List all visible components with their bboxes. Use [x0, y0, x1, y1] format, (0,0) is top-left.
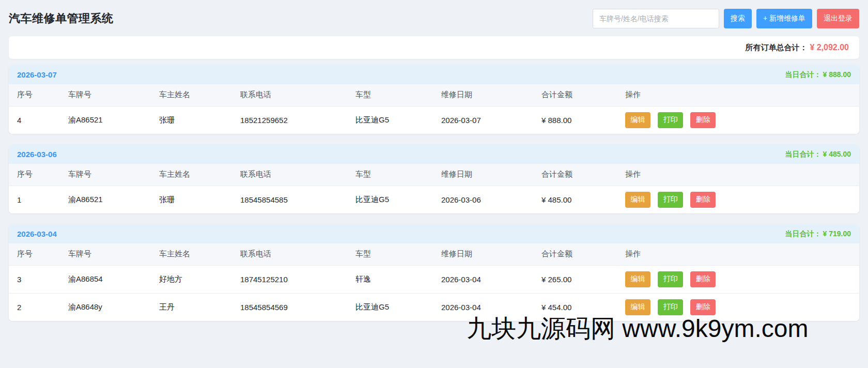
- cell-date: 2026-03-06: [433, 186, 533, 213]
- day-total-amount: ¥ 485.00: [823, 150, 851, 158]
- col-actions: 操作: [617, 243, 859, 265]
- cell-seq: 4: [9, 106, 60, 134]
- col-model: 车型: [347, 84, 433, 106]
- orders-table: 序号 车牌号 车主姓名 联系电话 车型 维修日期 合计金额 操作 4 渝A865…: [9, 84, 859, 134]
- group-day-total: 当日合计：¥ 485.00: [785, 150, 851, 159]
- cell-model: 比亚迪G5: [347, 293, 433, 321]
- orders-total-bar: 所有订单总合计： ¥ 2,092.00: [9, 36, 859, 59]
- orders-total-label: 所有订单总合计：: [745, 43, 807, 53]
- orders-table: 序号 车牌号 车主姓名 联系电话 车型 维修日期 合计金额 操作 1 渝A865…: [9, 164, 859, 213]
- col-owner: 车主姓名: [151, 243, 232, 265]
- cell-owner: 好地方: [151, 265, 232, 293]
- topbar-actions: 搜索 + 新增维修单 退出登录: [593, 9, 859, 28]
- table-header-row: 序号 车牌号 车主姓名 联系电话 车型 维修日期 合计金额 操作: [9, 164, 859, 186]
- orders-total-amount: ¥ 2,092.00: [810, 43, 849, 52]
- order-group-card: 2026-03-04 当日合计：¥ 719.00 序号 车牌号 车主姓名 联系电…: [9, 224, 859, 321]
- print-button[interactable]: 打印: [658, 299, 683, 315]
- col-owner: 车主姓名: [151, 84, 232, 106]
- group-date: 2026-03-04: [17, 229, 57, 238]
- print-button[interactable]: 打印: [658, 112, 683, 128]
- delete-button[interactable]: 删除: [690, 112, 716, 128]
- col-date: 维修日期: [433, 243, 533, 265]
- cell-date: 2026-03-07: [433, 106, 533, 134]
- cell-amount: ¥ 888.00: [533, 106, 617, 134]
- add-order-button[interactable]: + 新增维修单: [756, 9, 812, 28]
- day-total-label: 当日合计：: [785, 70, 822, 79]
- print-button[interactable]: 打印: [658, 192, 683, 208]
- group-day-total: 当日合计：¥ 888.00: [785, 70, 851, 80]
- day-total-label: 当日合计：: [785, 229, 822, 238]
- cell-amount: ¥ 454.00: [533, 293, 617, 321]
- cell-plate: 渝A86521: [60, 106, 151, 134]
- order-groups: 2026-03-07 当日合计：¥ 888.00 序号 车牌号 车主姓名 联系电…: [9, 65, 859, 321]
- cell-plate: 渝A86854: [60, 265, 151, 293]
- cell-amount: ¥ 485.00: [533, 186, 617, 213]
- cell-owner: 张珊: [151, 186, 232, 213]
- logout-button[interactable]: 退出登录: [817, 9, 859, 28]
- topbar: 汽车维修单管理系统 搜索 + 新增维修单 退出登录: [9, 7, 859, 30]
- edit-button[interactable]: 编辑: [625, 192, 650, 208]
- cell-phone: 18745125210: [232, 265, 347, 293]
- cell-actions: 编辑 打印 删除: [617, 186, 859, 213]
- group-header: 2026-03-04 当日合计：¥ 719.00: [9, 224, 859, 243]
- table-row: 1 渝A86521 张珊 18545854585 比亚迪G5 2026-03-0…: [9, 186, 859, 213]
- cell-seq: 1: [9, 186, 60, 213]
- cell-date: 2026-03-04: [433, 293, 533, 321]
- col-actions: 操作: [617, 164, 859, 186]
- delete-button[interactable]: 删除: [690, 271, 716, 287]
- cell-actions: 编辑 打印 删除: [617, 265, 859, 293]
- cell-actions: 编辑 打印 删除: [617, 106, 859, 134]
- group-date: 2026-03-06: [17, 150, 57, 159]
- col-model: 车型: [347, 243, 433, 265]
- col-amount: 合计金额: [533, 243, 617, 265]
- cell-seq: 2: [9, 293, 60, 321]
- col-amount: 合计金额: [533, 164, 617, 186]
- order-group-card: 2026-03-06 当日合计：¥ 485.00 序号 车牌号 车主姓名 联系电…: [9, 145, 859, 213]
- col-seq: 序号: [9, 243, 60, 265]
- cell-plate: 渝A86521: [60, 186, 151, 213]
- col-plate: 车牌号: [60, 164, 151, 186]
- order-group-card: 2026-03-07 当日合计：¥ 888.00 序号 车牌号 车主姓名 联系电…: [9, 65, 859, 134]
- search-button[interactable]: 搜索: [724, 9, 752, 28]
- col-phone: 联系电话: [232, 164, 347, 186]
- edit-button[interactable]: 编辑: [625, 271, 650, 287]
- group-header: 2026-03-07 当日合计：¥ 888.00: [9, 65, 859, 84]
- col-date: 维修日期: [433, 164, 533, 186]
- cell-owner: 王丹: [151, 293, 232, 321]
- day-total-amount: ¥ 888.00: [823, 70, 851, 79]
- col-model: 车型: [347, 164, 433, 186]
- cell-plate: 渝A8648y: [60, 293, 151, 321]
- delete-button[interactable]: 删除: [690, 299, 716, 315]
- col-phone: 联系电话: [232, 243, 347, 265]
- cell-owner: 张珊: [151, 106, 232, 134]
- day-total-amount: ¥ 719.00: [823, 229, 851, 238]
- col-actions: 操作: [617, 84, 859, 106]
- search-input[interactable]: [593, 9, 719, 28]
- print-button[interactable]: 打印: [658, 271, 683, 287]
- col-amount: 合计金额: [533, 84, 617, 106]
- col-seq: 序号: [9, 84, 60, 106]
- group-day-total: 当日合计：¥ 719.00: [785, 229, 851, 239]
- table-row: 2 渝A8648y 王丹 18545854569 比亚迪G5 2026-03-0…: [9, 293, 859, 321]
- table-row: 4 渝A86521 张珊 18521259652 比亚迪G5 2026-03-0…: [9, 106, 859, 134]
- delete-button[interactable]: 删除: [690, 192, 716, 208]
- page-root: 汽车维修单管理系统 搜索 + 新增维修单 退出登录 所有订单总合计： ¥ 2,0…: [0, 0, 868, 339]
- edit-button[interactable]: 编辑: [625, 299, 650, 315]
- cell-phone: 18521259652: [232, 106, 347, 134]
- col-phone: 联系电话: [232, 84, 347, 106]
- col-owner: 车主姓名: [151, 164, 232, 186]
- cell-actions: 编辑 打印 删除: [617, 293, 859, 321]
- table-header-row: 序号 车牌号 车主姓名 联系电话 车型 维修日期 合计金额 操作: [9, 84, 859, 106]
- cell-amount: ¥ 265.00: [533, 265, 617, 293]
- edit-button[interactable]: 编辑: [625, 112, 650, 128]
- cell-model: 比亚迪G5: [347, 106, 433, 134]
- cell-phone: 18545854585: [232, 186, 347, 213]
- col-plate: 车牌号: [60, 84, 151, 106]
- day-total-label: 当日合计：: [785, 150, 822, 158]
- cell-date: 2026-03-04: [433, 265, 533, 293]
- cell-seq: 3: [9, 265, 60, 293]
- group-date: 2026-03-07: [17, 70, 57, 79]
- col-seq: 序号: [9, 164, 60, 186]
- table-row: 3 渝A86854 好地方 18745125210 轩逸 2026-03-04 …: [9, 265, 859, 293]
- cell-model: 比亚迪G5: [347, 186, 433, 213]
